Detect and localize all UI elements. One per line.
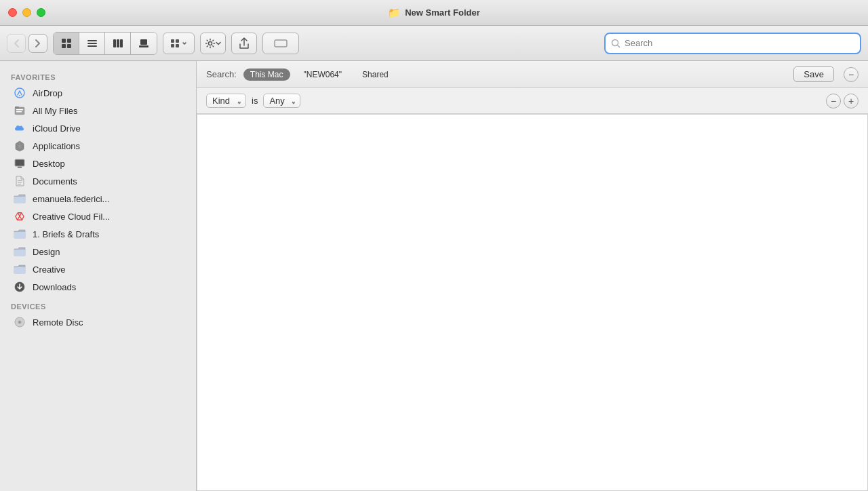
results-area[interactable] [197, 114, 868, 491]
sidebar-item-all-my-files[interactable]: All My Files [3, 102, 193, 119]
sidebar-item-icloud-drive[interactable]: iCloud Drive [3, 119, 193, 137]
sidebar-item-documents[interactable]: Documents [3, 172, 193, 190]
grid-view-button[interactable] [54, 33, 79, 54]
sidebar-item-desktop[interactable]: Desktop [3, 155, 193, 172]
svg-rect-13 [176, 39, 179, 43]
arrange-chevron-icon [182, 41, 187, 46]
svg-rect-28 [18, 168, 22, 168]
list-view-button[interactable] [79, 33, 105, 54]
documents-icon [14, 175, 26, 187]
svg-rect-10 [140, 39, 147, 45]
kind-select[interactable]: Kind [206, 94, 246, 108]
action-chevron-icon [216, 41, 221, 45]
filter-bar: Kind ⌄ is Any ⌄ − + [197, 88, 868, 114]
save-button[interactable]: Save [793, 66, 834, 82]
svg-rect-11 [139, 45, 149, 47]
content-area: Search: This Mac "NEW064" Shared Save − … [197, 61, 868, 491]
sidebar-item-downloads[interactable]: Downloads [3, 278, 193, 296]
back-button[interactable] [7, 34, 26, 53]
column-view-button[interactable] [105, 33, 131, 54]
remove-filter-button[interactable]: − [826, 94, 841, 109]
window-title-text: New Smart Folder [405, 7, 480, 18]
filter-actions: − + [826, 94, 859, 109]
svg-rect-31 [18, 184, 21, 184]
column-icon [113, 38, 123, 49]
minimize-button[interactable] [22, 8, 31, 17]
forward-button[interactable] [28, 34, 47, 53]
sidebar-item-applications[interactable]: Applications [3, 137, 193, 155]
svg-rect-21 [15, 107, 24, 115]
traffic-lights [8, 8, 45, 17]
gear-icon [205, 38, 216, 49]
search-box[interactable] [604, 33, 861, 54]
tag-button[interactable] [262, 33, 299, 54]
sidebar-item-label-downloads: Downloads [33, 282, 76, 292]
sidebar-item-label-desktop: Desktop [33, 159, 65, 169]
sidebar-item-emanuela[interactable]: emanuela.federici... [3, 190, 193, 208]
downloads-icon [14, 281, 26, 293]
sidebar-item-label-briefs: 1. Briefs & Drafts [33, 229, 99, 239]
share-button[interactable] [231, 33, 257, 54]
sidebar-item-remote-disc[interactable]: Remote Disc [3, 313, 193, 331]
search-label: Search: [206, 69, 237, 79]
svg-rect-2 [62, 44, 66, 48]
action-button[interactable] [200, 33, 226, 54]
svg-rect-14 [171, 44, 174, 47]
arrange-button[interactable] [163, 33, 195, 54]
folder-icon-creative [14, 263, 26, 275]
sidebar-item-briefs[interactable]: 1. Briefs & Drafts [3, 225, 193, 243]
any-select[interactable]: Any [263, 94, 300, 108]
svg-rect-17 [275, 40, 287, 47]
svg-point-20 [19, 95, 20, 96]
sidebar-item-creative-cloud[interactable]: Creative Cloud Fil... [3, 208, 193, 225]
share-icon [239, 37, 250, 50]
view-buttons [53, 32, 157, 55]
svg-rect-1 [67, 39, 71, 43]
airdrop-icon [14, 87, 26, 99]
toolbar [0, 26, 868, 61]
svg-rect-8 [117, 39, 119, 47]
svg-rect-15 [176, 44, 179, 47]
remove-search-button[interactable]: − [844, 67, 859, 82]
close-button[interactable] [8, 8, 17, 17]
title-bar: 📁 New Smart Folder [0, 0, 868, 26]
svg-rect-23 [16, 109, 23, 111]
search-input[interactable] [625, 38, 854, 48]
tag-icon [274, 39, 288, 48]
svg-rect-24 [16, 111, 22, 113]
svg-rect-5 [87, 43, 97, 44]
svg-rect-29 [18, 180, 22, 181]
svg-rect-22 [15, 106, 19, 109]
title-folder-icon: 📁 [388, 7, 401, 19]
scope-this-mac-button[interactable]: This Mac [243, 68, 290, 81]
icloud-icon [14, 122, 26, 134]
desktop-icon [14, 157, 26, 170]
kind-select-wrapper: Kind ⌄ [206, 94, 246, 108]
creative-cloud-icon [14, 210, 26, 222]
svg-point-35 [19, 321, 20, 323]
folder-icon-design [14, 246, 26, 258]
sidebar-item-label-creative: Creative [33, 264, 65, 275]
favorites-header: Favorites [0, 66, 196, 84]
svg-rect-3 [67, 44, 71, 48]
svg-rect-30 [18, 182, 22, 183]
svg-rect-26 [16, 160, 24, 165]
cover-view-button[interactable] [131, 33, 157, 54]
window-title: 📁 New Smart Folder [388, 7, 480, 19]
sidebar-item-label-applications: Applications [33, 141, 80, 151]
scope-query-button[interactable]: "NEW064" [297, 68, 349, 81]
sidebar-item-design[interactable]: Design [3, 243, 193, 260]
cover-icon [138, 38, 149, 49]
scope-shared-button[interactable]: Shared [355, 68, 395, 81]
disc-icon [14, 316, 26, 328]
svg-rect-7 [113, 39, 116, 47]
maximize-button[interactable] [37, 8, 45, 17]
add-filter-button[interactable]: + [844, 94, 859, 109]
nav-buttons [7, 34, 47, 53]
back-icon [13, 39, 20, 48]
svg-point-16 [209, 41, 212, 45]
sidebar-item-creative[interactable]: Creative [3, 260, 193, 278]
sidebar-item-airdrop[interactable]: AirDrop [3, 84, 193, 102]
forward-icon [35, 39, 41, 48]
svg-rect-6 [87, 45, 97, 47]
